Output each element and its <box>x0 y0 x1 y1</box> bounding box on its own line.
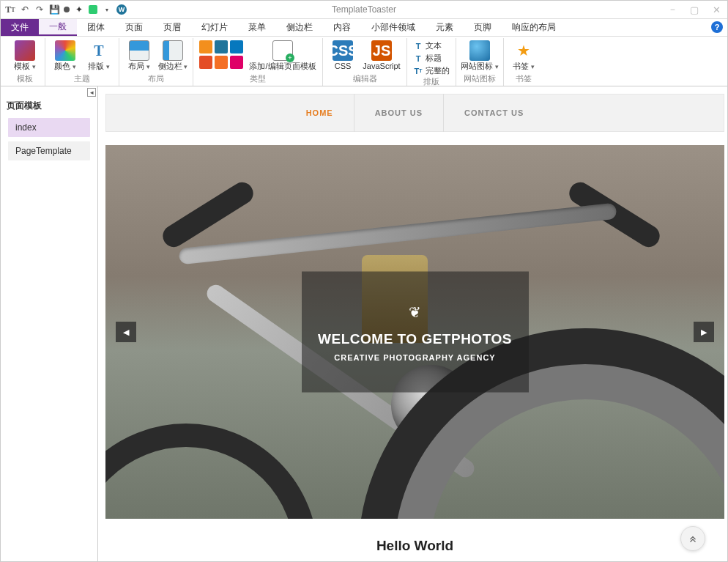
nav-about[interactable]: ABOUT US <box>354 94 443 132</box>
nav-home[interactable]: HOME <box>286 94 354 132</box>
tab-menu[interactable]: 菜单 <box>238 19 276 36</box>
ribbon: 模板 模板 颜色 T 排版 主题 布局 <box>1 37 727 86</box>
sidebar-layout-button[interactable]: 侧边栏 <box>159 40 187 70</box>
js-icon: JS <box>371 40 392 61</box>
group-label-theme: 主题 <box>74 73 90 86</box>
group-label-favicon: 网站图标 <box>464 73 496 86</box>
ribbon-group-bookmark: ★ 书签 书签 <box>504 38 543 86</box>
close-button[interactable]: ✕ <box>705 1 727 19</box>
favicon-button[interactable]: 网站图标 <box>462 40 497 70</box>
tab-footer[interactable]: 页脚 <box>464 19 502 36</box>
sidebar-icon <box>163 40 183 61</box>
group-label-layout: 布局 <box>148 73 164 86</box>
tab-slideshow[interactable]: 幻灯片 <box>191 19 238 36</box>
window-buttons: － ▢ ✕ <box>661 1 727 19</box>
file-tab[interactable]: 文件 <box>1 19 39 36</box>
slide-prev-button[interactable]: ◀ <box>116 322 136 342</box>
color-icon <box>55 40 75 61</box>
ribbon-group-theme: 颜色 T 排版 主题 <box>45 38 119 86</box>
bike-grip-left <box>159 178 258 251</box>
design-canvas[interactable]: HOME ABOUT US CONTACT US ❦ WELCOME TO <box>98 86 727 561</box>
ribbon-group-template: 模板 模板 <box>5 38 45 86</box>
slide-next-button[interactable]: ▶ <box>694 322 714 342</box>
ribbon-group-favicon: 网站图标 网站图标 <box>456 38 504 86</box>
page-template-item-index[interactable]: index <box>8 118 90 137</box>
qat-green-icon[interactable] <box>89 5 97 14</box>
hero-slideshow[interactable]: ❦ WELCOME TO GETPHOTOS CREATIVE PHOTOGRA… <box>105 145 724 519</box>
ribbon-group-type: + 添加/编辑页面模板 类型 <box>193 38 323 86</box>
maximize-button[interactable]: ▢ <box>683 1 705 19</box>
tab-content[interactable]: 内容 <box>323 19 361 36</box>
wordpress-icon[interactable]: W <box>116 4 127 15</box>
group-label-bookmark: 书签 <box>516 73 532 86</box>
nav-contact[interactable]: CONTACT US <box>443 94 544 132</box>
template-button[interactable]: 模板 <box>11 40 39 70</box>
bookmark-button[interactable]: ★ 书签 <box>510 40 538 70</box>
tab-header[interactable]: 页眉 <box>153 19 191 36</box>
undo-icon[interactable]: ↶ <box>20 4 30 15</box>
redo-icon[interactable]: ↷ <box>34 4 45 15</box>
help-icon[interactable]: ? <box>711 21 723 33</box>
layout-icon <box>129 40 149 61</box>
typography-button[interactable]: T 排版 <box>85 40 113 70</box>
wordpress-small-icon[interactable] <box>215 40 228 53</box>
minimize-button[interactable]: － <box>661 1 683 19</box>
tab-general[interactable]: 一般 <box>39 19 77 36</box>
globe-icon <box>469 40 490 61</box>
ribbon-group-typography: T文本 T标题 TT完整的 排版 <box>407 38 456 86</box>
drupal-icon[interactable] <box>230 40 243 53</box>
qat-dropdown-icon[interactable]: ▾ <box>102 4 112 15</box>
quick-access-toolbar: TT ↶ ↷ 💾 ✦ ▾ W <box>1 4 127 15</box>
panel-title: 页面模板 <box>1 95 97 118</box>
qat-up-icon[interactable]: ✦ <box>74 4 84 15</box>
tab-page[interactable]: 页面 <box>115 19 153 36</box>
html5-icon[interactable] <box>199 56 212 69</box>
joomla-icon[interactable] <box>199 40 212 53</box>
tab-body[interactable]: 团体 <box>77 19 115 36</box>
tab-elements[interactable]: 元素 <box>426 19 464 36</box>
tab-widget[interactable]: 小部件领域 <box>361 19 426 36</box>
scroll-top-button[interactable] <box>680 526 705 551</box>
ribbon-group-editor: CSS CSS JS JavaScript 编辑器 <box>323 38 407 86</box>
typography-icon: T <box>89 40 109 61</box>
workspace: ◂ 页面模板 index PageTemplate HOME ABOUT US … <box>1 86 727 561</box>
text-style-button[interactable]: T文本 <box>413 40 450 51</box>
complete-style-button[interactable]: TT完整的 <box>413 65 450 76</box>
section-title: Hello World <box>105 538 724 554</box>
star-icon: ★ <box>513 40 534 61</box>
group-label-type: 类型 <box>250 73 266 86</box>
page-templates-panel: ◂ 页面模板 index PageTemplate <box>1 86 98 561</box>
leaf-icon: ❦ <box>409 303 421 320</box>
heading-style-button[interactable]: T标题 <box>413 53 450 64</box>
tab-sidebar[interactable]: 侧边栏 <box>276 19 323 36</box>
prestashop-icon[interactable] <box>230 56 243 69</box>
chevron-double-up-icon <box>688 533 698 544</box>
ribbon-group-layout: 布局 侧边栏 布局 <box>119 38 193 86</box>
group-label-editor: 编辑器 <box>353 73 377 86</box>
js-button[interactable]: JS JavaScript <box>363 40 401 70</box>
ribbon-tabs: 文件 一般 团体 页面 页眉 幻灯片 菜单 侧边栏 内容 小部件领域 元素 页脚… <box>1 19 727 37</box>
add-page-icon: + <box>272 40 293 61</box>
titlebar: TT ↶ ↷ 💾 ✦ ▾ W TemplateToaster － ▢ ✕ <box>1 1 727 19</box>
site-nav: HOME ABOUT US CONTACT US <box>105 94 724 132</box>
bike-wheel-rear <box>105 424 318 519</box>
css-button[interactable]: CSS CSS <box>329 40 357 70</box>
qat-font-icon[interactable]: TT <box>5 4 15 15</box>
cms-icons <box>199 40 243 69</box>
page-preview: HOME ABOUT US CONTACT US ❦ WELCOME TO <box>105 94 724 554</box>
hero-title: WELCOME TO GETPHOTOS <box>318 330 512 347</box>
css-icon: CSS <box>333 40 353 61</box>
tab-responsive[interactable]: 响应的布局 <box>502 19 566 36</box>
magento-icon[interactable] <box>215 56 228 69</box>
add-edit-template-button[interactable]: + 添加/编辑页面模板 <box>249 40 316 70</box>
page-template-item-pagetemplate[interactable]: PageTemplate <box>8 141 90 160</box>
color-button[interactable]: 颜色 <box>51 40 79 70</box>
template-icon <box>15 40 35 61</box>
window-title: TemplateToaster <box>332 4 396 15</box>
group-label-template: 模板 <box>17 73 33 86</box>
save-icon[interactable]: 💾 <box>49 4 59 15</box>
qat-dot-icon[interactable] <box>64 7 70 12</box>
hero-overlay: ❦ WELCOME TO GETPHOTOS CREATIVE PHOTOGRA… <box>302 272 529 393</box>
layout-button[interactable]: 布局 <box>125 40 153 70</box>
hero-subtitle: CREATIVE PHOTOGRAPHY AGENCY <box>334 352 495 361</box>
